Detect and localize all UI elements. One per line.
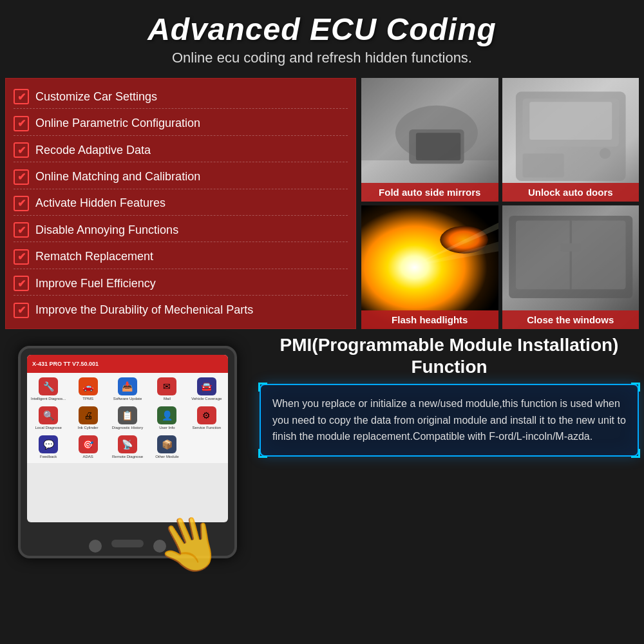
feature-item: ✔ Online Parametric Configuration xyxy=(14,112,348,136)
tablet-icon-cell[interactable]: 📥 Software Update xyxy=(109,375,146,402)
tablet-icon-box: 🔍 xyxy=(39,406,58,424)
feature-item: ✔ Improve the Durability of Mechenical P… xyxy=(14,299,348,322)
tablet-icon-label: Service Function xyxy=(192,426,221,430)
tablet-icon-box: 📡 xyxy=(118,435,137,453)
tablet-icon-cell[interactable]: 👤 User Info xyxy=(148,404,185,431)
feature-text: Improve the Durability of Mechenical Par… xyxy=(35,303,253,317)
corner-bl xyxy=(258,449,267,458)
feature-item: ✔ Rematch Replacement xyxy=(14,245,348,269)
tablet-icon-label: Software Update xyxy=(113,397,142,401)
tablet-icon-box: 🎯 xyxy=(79,435,98,453)
tablet-icon-cell[interactable]: 🔍 Local Diagnose xyxy=(30,404,67,431)
svg-rect-4 xyxy=(361,78,498,160)
feature-text: Recode Adaptive Data xyxy=(35,144,151,157)
feature-item: ✔ Improve Fuel Efficiency xyxy=(14,272,348,296)
check-icon: ✔ xyxy=(14,222,29,238)
feature-text: Customize Car Settings xyxy=(35,90,157,104)
tablet-icon-label: Mail xyxy=(164,397,171,401)
tablet-icon-box: 🔧 xyxy=(39,377,58,395)
tablet-icon-box: 📦 xyxy=(157,435,176,453)
tablet-icon-label: Intelligent Diagnos... xyxy=(31,397,66,401)
tablet-icon-box: 👤 xyxy=(157,406,176,424)
tablet-icon-label: Feedback xyxy=(40,455,57,459)
tablet-icon-cell[interactable]: 📋 Diagnostic History xyxy=(109,404,146,431)
tablet-icon-cell[interactable]: 🔧 Intelligent Diagnos... xyxy=(30,375,67,402)
tablet-icon-grid: 🔧 Intelligent Diagnos... 🚗 TPMS 📥 Softwa… xyxy=(27,373,228,463)
feature-item: ✔ Customize Car Settings xyxy=(14,85,348,109)
middle-section: ✔ Customize Car Settings ✔ Online Parame… xyxy=(5,78,639,329)
check-icon: ✔ xyxy=(14,276,29,291)
tablet-icon-cell[interactable]: 💬 Feedback xyxy=(30,433,67,460)
svg-rect-10 xyxy=(522,153,564,177)
headlight-label: Flash headlights xyxy=(361,310,498,329)
window-label: Close the windows xyxy=(502,310,639,329)
corner-br xyxy=(631,449,640,458)
photo-grid: Fold auto side mirrors xyxy=(361,78,639,329)
svg-point-9 xyxy=(600,148,611,159)
tablet-icon-box: 🚘 xyxy=(197,377,216,395)
tablet-icon-box: 📥 xyxy=(118,377,137,395)
check-icon: ✔ xyxy=(14,169,29,185)
tablet-icon-cell[interactable]: ⚙ Service Function xyxy=(188,404,225,431)
tablet-home-btn[interactable] xyxy=(111,540,144,547)
tablet-top-bar: X-431 PRO TT V7.50.001 xyxy=(27,355,228,373)
tablet-icon-label: TPMS xyxy=(82,397,93,401)
feature-text: Activate Hidden Features xyxy=(35,196,166,210)
check-icon: ✔ xyxy=(14,89,29,104)
check-icon: ✔ xyxy=(14,116,29,131)
feature-text: Rematch Replacement xyxy=(35,250,153,263)
pmi-description-box: When you replace or initialize a new/use… xyxy=(260,384,639,457)
main-title: Advanced ECU Coding xyxy=(6,12,638,47)
tablet-icon-label: Diagnostic History xyxy=(112,426,143,430)
tablet-back-btn[interactable] xyxy=(89,540,102,553)
tablet-icon-label: ADAS xyxy=(82,455,93,459)
feature-text: Improve Fuel Efficiency xyxy=(35,277,156,290)
check-icon: ✔ xyxy=(14,196,29,211)
tablet-icon-label: Remote Diagnose xyxy=(112,455,143,459)
door-label: Unlock auto doors xyxy=(502,183,639,202)
feature-text: Disable Annoying Functions xyxy=(35,223,178,237)
tablet-icon-cell[interactable]: 🚗 TPMS xyxy=(69,375,106,402)
main-subtitle: Online ecu coding and refresh hidden fun… xyxy=(6,50,638,66)
tablet-icon-cell[interactable]: 📦 Other Module xyxy=(148,433,185,460)
photo-cell-headlight: Flash headlights xyxy=(361,205,498,329)
tablet-icon-label: Vehicle Coverage xyxy=(191,397,222,401)
check-icon: ✔ xyxy=(14,142,29,158)
pmi-section: PMI(Programmable Module Installation) Fu… xyxy=(260,334,639,569)
tablet-icon-box: 📋 xyxy=(118,406,137,424)
feature-item: ✔ Disable Annoying Functions xyxy=(14,218,348,242)
tablet-screen: X-431 PRO TT V7.50.001 🔧 Intelligent Dia… xyxy=(27,355,228,522)
tablet-icon-cell[interactable]: 🚘 Vehicle Coverage xyxy=(188,375,225,402)
bottom-section: X-431 PRO TT V7.50.001 🔧 Intelligent Dia… xyxy=(5,334,639,569)
tablet-icon-cell[interactable]: 🖨 Ink Cylinder xyxy=(69,404,106,431)
svg-rect-20 xyxy=(560,243,581,252)
pmi-title: PMI(Programmable Module Installation) Fu… xyxy=(260,334,639,377)
tablet-icon-cell[interactable]: 🎯 ADAS xyxy=(69,433,106,460)
tablet-icon-label: User Info xyxy=(159,426,175,430)
tablet-icon-cell[interactable]: 📡 Remote Diagnose xyxy=(109,433,146,460)
photo-cell-mirror: Fold auto side mirrors xyxy=(361,78,498,202)
tablet-icon-box: 🖨 xyxy=(79,406,98,424)
tablet-icon-box: ⚙ xyxy=(197,406,216,424)
feature-item: ✔ Recode Adaptive Data xyxy=(14,138,348,162)
tablet-icon-label: Other Module xyxy=(155,455,178,459)
tablet-device: X-431 PRO TT V7.50.001 🔧 Intelligent Dia… xyxy=(18,346,237,558)
tablet-section: X-431 PRO TT V7.50.001 🔧 Intelligent Dia… xyxy=(5,334,250,569)
photo-cell-window: Close the windows xyxy=(502,205,639,329)
check-icon: ✔ xyxy=(14,249,29,265)
tablet-icon-label: Local Diagnose xyxy=(35,426,62,430)
photo-cell-door: Unlock auto doors xyxy=(502,78,639,202)
corner-tr xyxy=(631,383,640,392)
tablet-icon-box: 🚗 xyxy=(79,377,98,395)
header-section: Advanced ECU Coding Online ecu coding an… xyxy=(0,0,644,73)
mirror-label: Fold auto side mirrors xyxy=(361,183,498,202)
tablet-icon-box: 💬 xyxy=(39,435,58,453)
tablet-icon-label: Ink Cylinder xyxy=(78,426,99,430)
tablet-version: X-431 PRO TT V7.50.001 xyxy=(32,361,99,367)
feature-text: Online Matching and Calibration xyxy=(35,170,200,184)
tablet-icon-cell[interactable]: ✉ Mail xyxy=(148,375,185,402)
tablet-icon-box: ✉ xyxy=(157,377,176,395)
check-icon: ✔ xyxy=(14,303,29,318)
feature-list-panel: ✔ Customize Car Settings ✔ Online Parame… xyxy=(5,78,356,329)
svg-rect-8 xyxy=(529,102,612,140)
